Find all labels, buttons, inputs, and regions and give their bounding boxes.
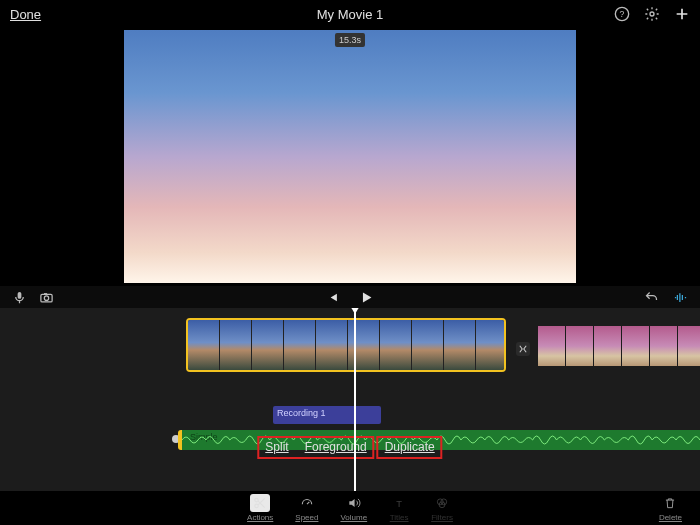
clip-thumb <box>220 320 252 370</box>
clip-thumb <box>188 320 220 370</box>
volume-icon <box>347 496 361 510</box>
delete-label: Delete <box>659 513 682 522</box>
clip-thumb <box>594 326 622 366</box>
filters-button[interactable]: Filters <box>431 494 453 522</box>
clip-thumb <box>678 326 700 366</box>
actions-button[interactable]: Actions <box>247 494 273 522</box>
filters-icon <box>435 496 449 510</box>
header: Done My Movie 1 ? <box>0 0 700 28</box>
add-icon[interactable] <box>674 6 690 22</box>
clip-thumb <box>284 320 316 370</box>
svg-rect-6 <box>44 293 47 295</box>
titles-button[interactable]: T Titles <box>389 494 409 522</box>
svg-point-5 <box>44 295 48 299</box>
preview-area: 15.3s <box>0 28 700 286</box>
project-title: My Movie 1 <box>130 7 570 22</box>
bottom-toolbar: Actions Speed Volume T Titles Filters De… <box>0 491 700 525</box>
speedometer-icon <box>300 496 314 510</box>
video-clip-2[interactable] <box>538 326 700 366</box>
svg-rect-3 <box>18 291 22 298</box>
video-clip-1[interactable] <box>186 318 506 372</box>
filters-label: Filters <box>431 513 453 522</box>
split-action[interactable]: Split <box>265 440 288 454</box>
camera-icon[interactable] <box>39 290 54 305</box>
trash-icon <box>663 496 677 510</box>
svg-point-2 <box>650 12 654 16</box>
rewind-icon[interactable] <box>325 290 340 305</box>
recording-clip[interactable]: Recording 1 <box>273 406 381 424</box>
playhead[interactable] <box>354 308 356 491</box>
clip-thumb <box>650 326 678 366</box>
video-preview[interactable] <box>124 30 576 283</box>
clip-action-menu: Split Foreground Duplicate <box>257 436 442 459</box>
clip-thumb <box>444 320 476 370</box>
play-icon[interactable] <box>358 289 375 306</box>
clip-thumb <box>316 320 348 370</box>
clip-thumb <box>348 320 380 370</box>
svg-text:T: T <box>396 499 402 509</box>
foreground-action[interactable]: Foreground <box>305 440 367 454</box>
clip-thumb <box>622 326 650 366</box>
clip-thumb <box>380 320 412 370</box>
volume-button[interactable]: Volume <box>340 494 367 522</box>
clip-thumb <box>412 320 444 370</box>
speed-button[interactable]: Speed <box>295 494 318 522</box>
clip-thumb <box>252 320 284 370</box>
transition-button[interactable] <box>516 342 530 356</box>
action-group-1: Split Foreground <box>257 436 374 459</box>
timeline[interactable]: Recording 1 Simple Split Foreground Dupl… <box>0 308 700 491</box>
imovie-editor: Done My Movie 1 ? 15.3s <box>0 0 700 525</box>
titles-icon: T <box>392 496 406 510</box>
help-icon[interactable]: ? <box>614 6 630 22</box>
audio-waveform-icon[interactable] <box>673 290 688 305</box>
transport-bar <box>0 286 700 308</box>
timecode-badge: 15.3s <box>335 33 365 47</box>
titles-label: Titles <box>390 513 409 522</box>
volume-label: Volume <box>340 513 367 522</box>
action-group-2: Duplicate <box>377 436 443 459</box>
settings-icon[interactable] <box>644 6 660 22</box>
clip-thumb <box>566 326 594 366</box>
undo-icon[interactable] <box>644 290 659 305</box>
clip-thumb <box>538 326 566 366</box>
clip-thumb <box>476 320 506 370</box>
microphone-icon[interactable] <box>12 290 27 305</box>
svg-text:?: ? <box>620 9 625 19</box>
delete-button[interactable]: Delete <box>659 494 682 522</box>
done-button[interactable]: Done <box>10 7 41 22</box>
duplicate-action[interactable]: Duplicate <box>385 440 435 454</box>
actions-label: Actions <box>247 513 273 522</box>
speed-label: Speed <box>295 513 318 522</box>
scissors-icon <box>253 496 267 510</box>
